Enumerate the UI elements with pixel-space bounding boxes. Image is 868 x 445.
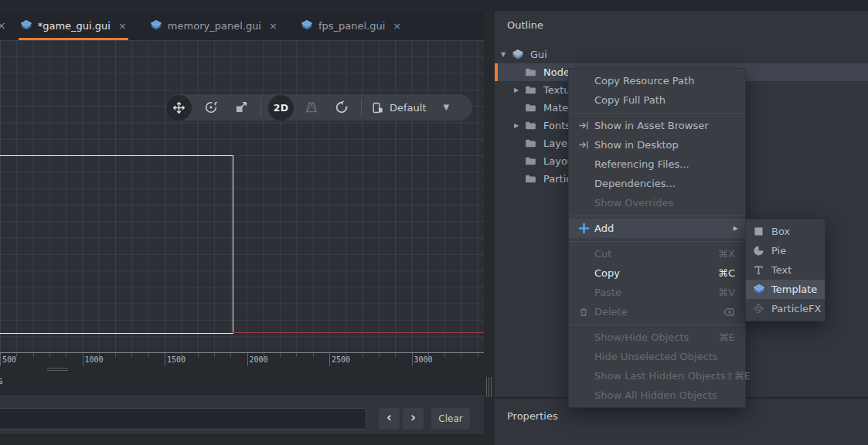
camera-profile-value[interactable]: Default bbox=[390, 102, 427, 114]
expander-right-icon: ▶ bbox=[514, 122, 525, 129]
ruler-tick-minor bbox=[478, 353, 478, 357]
editor-tab-bar: × *game_gui.gui×memory_panel.gui×fps_pan… bbox=[0, 11, 484, 40]
next-match-button[interactable]: › bbox=[403, 408, 424, 430]
submenu-item-template[interactable]: Template bbox=[746, 280, 825, 299]
clipped-label: s bbox=[0, 375, 3, 386]
gui-bounds-outline bbox=[0, 155, 233, 334]
menu-item-label: Show in Desktop bbox=[594, 139, 679, 151]
vertical-splitter[interactable] bbox=[484, 11, 495, 445]
menu-item-copy[interactable]: Copy⌘C bbox=[569, 263, 745, 283]
panel-drag-handle[interactable] bbox=[47, 368, 68, 372]
menu-item-label: Show All Hidden Objects bbox=[594, 389, 717, 401]
console-filter-input[interactable] bbox=[0, 408, 366, 430]
scale-tool-button[interactable] bbox=[228, 95, 254, 121]
menu-item-add[interactable]: Add▶ bbox=[569, 219, 745, 238]
submenu-item-box[interactable]: Box bbox=[746, 222, 825, 241]
menu-shortcut: ⇧⌘E bbox=[726, 370, 751, 382]
menu-separator bbox=[569, 212, 745, 219]
ruler-tick-minor bbox=[280, 353, 281, 357]
menu-item-delete: Delete bbox=[569, 302, 745, 321]
submenu-item-pie[interactable]: Pie bbox=[746, 241, 825, 260]
menu-item-show-hide-objects: Show/Hide Objects⌘E bbox=[569, 328, 745, 347]
outline-item-gui[interactable]: ▼Gui bbox=[495, 46, 868, 63]
ruler-tick-minor bbox=[198, 353, 199, 357]
menu-item-label: Cut bbox=[594, 248, 611, 260]
folder-icon bbox=[525, 102, 538, 114]
prev-match-button[interactable]: ‹ bbox=[379, 408, 400, 430]
gui-file-icon bbox=[301, 19, 313, 32]
menu-item-label: Copy bbox=[594, 267, 620, 279]
ruler-tick-minor bbox=[444, 353, 445, 357]
add-submenu: BoxPieTextTemplateParticleFX bbox=[745, 219, 825, 321]
menu-separator bbox=[569, 321, 745, 328]
move-tool-button[interactable] bbox=[166, 95, 192, 121]
particlefx-icon bbox=[752, 302, 765, 315]
ruler-tick-minor bbox=[214, 353, 215, 357]
ruler-tick-minor bbox=[395, 353, 396, 357]
tab-game-gui-gui[interactable]: *game_gui.gui× bbox=[19, 11, 128, 40]
scene-viewport[interactable]: 2D Default ▼ bbox=[0, 40, 484, 352]
menu-item-copy-resource-path[interactable]: Copy Resource Path bbox=[569, 71, 745, 90]
chevron-left-icon: ‹ bbox=[386, 411, 392, 424]
ruler-label: 2500 bbox=[332, 355, 350, 364]
ruler-tick-minor bbox=[131, 353, 132, 357]
menu-shortcut: ⌘E bbox=[719, 331, 735, 343]
ruler-tick-major bbox=[83, 353, 83, 366]
tab-fps-panel-gui[interactable]: fps_panel.gui× bbox=[299, 11, 403, 40]
rotate-tool-button[interactable] bbox=[198, 95, 223, 121]
menu-item-label: Delete bbox=[594, 306, 628, 318]
menu-shortcut: ⌘C bbox=[718, 267, 735, 279]
menu-item-show-in-asset-browser[interactable]: Show in Asset Browser bbox=[569, 116, 745, 135]
menu-item-show-overrides: Show Overrides bbox=[569, 193, 745, 212]
expander-right-icon: ▶ bbox=[514, 87, 525, 93]
window-top-strip bbox=[0, 0, 868, 11]
tab-memory-panel-gui[interactable]: memory_panel.gui× bbox=[148, 11, 279, 40]
tab-label: fps_panel.gui bbox=[318, 20, 385, 32]
close-icon[interactable]: × bbox=[269, 21, 277, 31]
chevron-down-icon[interactable]: ▼ bbox=[444, 104, 450, 111]
ruler-tick-minor bbox=[461, 353, 461, 357]
move-icon bbox=[172, 101, 186, 114]
submenu-arrow-icon: ▶ bbox=[734, 225, 738, 232]
camera-orbit-button[interactable] bbox=[328, 95, 354, 121]
close-icon[interactable]: × bbox=[118, 21, 127, 31]
context-menu: Copy Resource PathCopy Full PathShow in … bbox=[568, 68, 746, 408]
submenu-item-label: Box bbox=[771, 226, 790, 237]
submenu-item-label: ParticleFX bbox=[771, 303, 821, 314]
submenu-item-text[interactable]: Text bbox=[746, 260, 825, 280]
ruler-tick-major bbox=[329, 353, 330, 366]
scale-icon bbox=[234, 100, 248, 114]
folder-icon bbox=[525, 155, 538, 168]
menu-item-show-in-desktop[interactable]: Show in Desktop bbox=[569, 135, 745, 155]
submenu-item-particlefx[interactable]: ParticleFX bbox=[746, 299, 825, 318]
2d-mode-button[interactable]: 2D bbox=[268, 95, 294, 121]
text-icon bbox=[752, 263, 765, 277]
toolbar-divider bbox=[361, 98, 362, 117]
horizontal-ruler: 50010001500200025003000 bbox=[0, 352, 484, 366]
viewport-toolbar: 2D Default ▼ bbox=[165, 94, 472, 121]
menu-item-referencing-files[interactable]: Referencing Files... bbox=[569, 155, 745, 174]
menu-item-label: Hide Unselected Objects bbox=[594, 351, 718, 362]
clear-console-button[interactable]: Clear bbox=[431, 408, 470, 430]
pie-icon bbox=[752, 244, 765, 257]
ruler-tick-minor bbox=[49, 353, 50, 357]
frustum-culling-button[interactable] bbox=[298, 95, 324, 121]
close-icon[interactable]: × bbox=[0, 20, 6, 31]
menu-item-show-all-hidden-objects: Show All Hidden Objects bbox=[569, 386, 745, 405]
device-icon bbox=[371, 101, 384, 114]
menu-item-cut: Cut⌘X bbox=[569, 244, 745, 263]
menu-item-dependencies[interactable]: Dependencies... bbox=[569, 174, 745, 193]
tab-list: *game_gui.gui×memory_panel.gui×fps_panel… bbox=[6, 11, 403, 40]
menu-separator bbox=[569, 238, 745, 244]
ruler-tick-minor bbox=[115, 353, 116, 357]
menu-item-label: Add bbox=[594, 222, 614, 234]
menu-item-copy-full-path[interactable]: Copy Full Path bbox=[569, 90, 745, 110]
ruler-tick-minor bbox=[230, 353, 231, 357]
tab-label: *game_gui.gui bbox=[38, 20, 111, 32]
ruler-tick-major bbox=[412, 353, 413, 366]
splitter-grip bbox=[486, 377, 487, 397]
menu-item-label: Show Overrides bbox=[594, 197, 673, 209]
close-icon[interactable]: × bbox=[393, 21, 401, 31]
gui-scene-icon bbox=[512, 49, 525, 61]
menu-item-label: Dependencies... bbox=[594, 178, 676, 189]
